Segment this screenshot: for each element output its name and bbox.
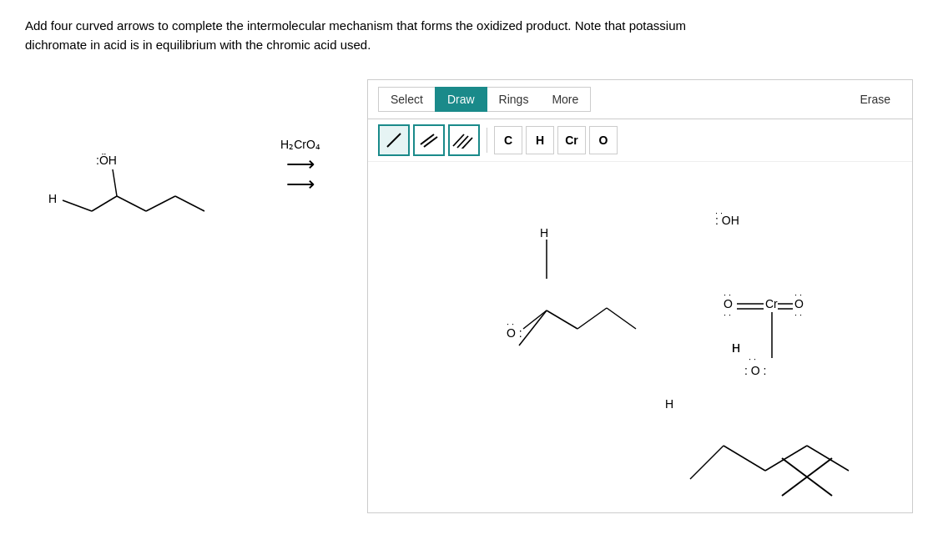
left-molecule: H :ÖH xyxy=(25,113,234,283)
question-text: Add four curved arrows to complete the i… xyxy=(25,17,776,54)
draw-subbar: C H Cr O xyxy=(368,119,912,162)
toolbar: Select Draw Rings More Erase xyxy=(368,80,912,119)
svg-line-12 xyxy=(457,136,468,148)
atom-H-button[interactable]: H xyxy=(526,126,554,154)
svg-line-11 xyxy=(453,134,464,146)
atom-O-button[interactable]: O xyxy=(589,126,618,154)
svg-line-9 xyxy=(421,134,434,144)
svg-text::ÖH: :ÖH xyxy=(96,153,117,167)
O-left-dots-above: · · xyxy=(724,290,731,300)
svg-line-4 xyxy=(146,196,175,211)
rings-button[interactable]: Rings xyxy=(487,87,541,112)
H-lower-label: H xyxy=(665,397,673,411)
svg-line-26 xyxy=(724,446,765,471)
svg-line-5 xyxy=(175,196,204,211)
triple-bond-button[interactable] xyxy=(448,124,480,156)
O-right-dots-below: · · xyxy=(794,310,802,320)
H-label-top: H xyxy=(540,226,548,240)
svg-line-16 xyxy=(519,310,547,346)
svg-line-8 xyxy=(387,134,401,147)
select-button[interactable]: Select xyxy=(378,87,435,112)
svg-line-17 xyxy=(547,310,577,329)
svg-line-10 xyxy=(424,137,437,147)
svg-line-18 xyxy=(577,308,607,329)
separator xyxy=(487,128,487,153)
svg-line-25 xyxy=(690,446,724,479)
O-left-dots-below: · · xyxy=(724,310,731,320)
canvas-area[interactable]: H O : · · : OH · · Cr xyxy=(368,162,912,512)
H-near-O-label: H xyxy=(732,341,740,355)
O-lone-dots-above: · · xyxy=(507,319,514,329)
O-bottom-label: : O : xyxy=(744,364,766,377)
more-button[interactable]: More xyxy=(540,87,591,112)
svg-line-1 xyxy=(63,200,92,211)
svg-line-27 xyxy=(765,446,807,471)
draw-panel: Select Draw Rings More Erase xyxy=(367,79,913,513)
main-area: H :ÖH H₂CrO₄ ⟶ ⟶ Select Dra xyxy=(25,79,913,513)
svg-text:H: H xyxy=(48,192,57,205)
single-bond-button[interactable] xyxy=(378,124,410,156)
svg-line-28 xyxy=(807,446,849,471)
OH-dots: · · xyxy=(715,208,723,218)
svg-line-19 xyxy=(607,308,636,329)
double-bond-button[interactable] xyxy=(413,124,445,156)
svg-line-13 xyxy=(461,138,472,149)
atom-Cr-button[interactable]: Cr xyxy=(557,126,586,154)
arrow-area: H₂CrO₄ ⟶ ⟶ xyxy=(250,129,350,194)
draw-button[interactable]: Draw xyxy=(435,87,487,112)
svg-line-3 xyxy=(117,196,146,211)
atom-C-button[interactable]: C xyxy=(494,126,522,154)
reagent-label: H₂CrO₄ xyxy=(280,138,320,151)
O-right-dots-above: · · xyxy=(794,290,802,300)
erase-button[interactable]: Erase xyxy=(848,88,902,111)
bottom-O-dots: · · xyxy=(749,354,756,364)
svg-line-6 xyxy=(113,169,117,196)
reaction-arrow: ⟶ xyxy=(286,154,315,174)
Cr-label: Cr xyxy=(765,297,778,310)
svg-line-2 xyxy=(92,196,117,211)
